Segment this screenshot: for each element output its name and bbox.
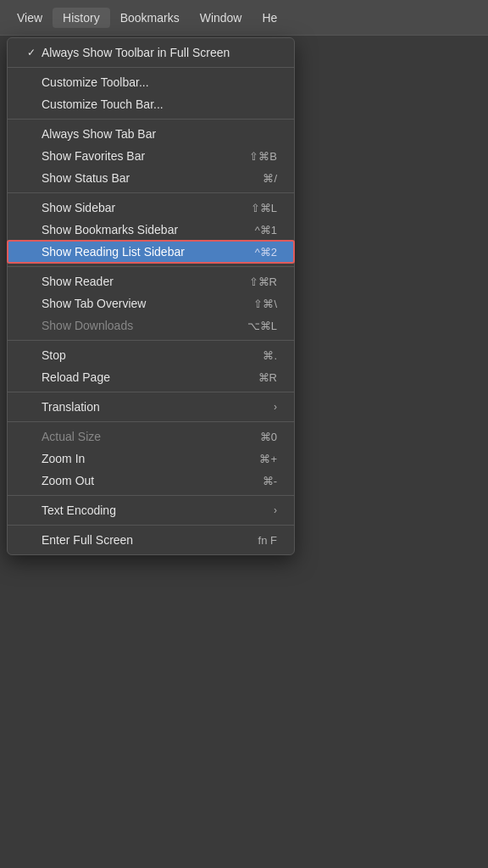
shortcut-zoom-in: ⌘+: [259, 453, 277, 465]
menu-item-show-favorites-bar[interactable]: Show Favorites Bar⇧⌘B: [8, 145, 294, 167]
menu-bar-bookmarks[interactable]: Bookmarks: [110, 8, 190, 28]
menu-item-show-bookmarks-sidebar[interactable]: Show Bookmarks Sidebar^⌘1: [8, 219, 294, 241]
separator-19: [8, 392, 294, 392]
menu-item-always-show-toolbar[interactable]: ✓Always Show Toolbar in Full Screen: [8, 42, 294, 64]
label-show-bookmarks-sidebar: Show Bookmarks Sidebar: [42, 223, 238, 236]
label-show-downloads: Show Downloads: [42, 319, 230, 332]
menu-bar-view[interactable]: View: [7, 8, 53, 28]
label-translation: Translation: [42, 400, 267, 414]
menu-item-text-encoding[interactable]: Text Encoding›: [8, 499, 294, 521]
label-customize-toolbar: Customize Toolbar...: [42, 75, 277, 89]
label-zoom-in: Zoom In: [42, 452, 242, 465]
label-text-encoding: Text Encoding: [42, 504, 267, 517]
separator-1: [8, 67, 294, 68]
label-enter-full-screen: Enter Full Screen: [42, 533, 241, 547]
label-always-show-toolbar: Always Show Toolbar in Full Screen: [42, 46, 277, 59]
shortcut-show-status-bar: ⌘/: [263, 172, 277, 185]
menu-bar-window[interactable]: Window: [190, 8, 252, 28]
label-show-status-bar: Show Status Bar: [42, 171, 246, 185]
shortcut-show-reading-list-sidebar: ^⌘2: [255, 246, 277, 259]
separator-27: [8, 525, 294, 526]
menu-item-customize-toolbar[interactable]: Customize Toolbar...: [8, 71, 294, 93]
arrow-translation: ›: [274, 401, 277, 413]
separator-21: [8, 421, 294, 422]
separator-16: [8, 340, 294, 341]
label-show-reader: Show Reader: [42, 275, 232, 288]
menu-item-customize-touch-bar[interactable]: Customize Touch Bar...: [8, 93, 294, 115]
shortcut-show-tab-overview: ⇧⌘\: [253, 298, 277, 310]
view-dropdown-menu: ✓Always Show Toolbar in Full ScreenCusto…: [7, 37, 295, 555]
menu-bar-help[interactable]: He: [252, 8, 287, 28]
menu-item-show-status-bar[interactable]: Show Status Bar⌘/: [8, 167, 294, 189]
menu-item-zoom-in[interactable]: Zoom In⌘+: [8, 448, 294, 470]
label-stop: Stop: [42, 348, 246, 362]
menu-item-show-sidebar[interactable]: Show Sidebar⇧⌘L: [8, 197, 294, 219]
label-show-reading-list-sidebar: Show Reading List Sidebar: [42, 245, 238, 259]
menu-item-show-reader[interactable]: Show Reader⇧⌘R: [8, 270, 294, 292]
menu-item-show-tab-overview[interactable]: Show Tab Overview⇧⌘\: [8, 292, 294, 314]
separator-4: [8, 119, 294, 120]
separator-8: [8, 192, 294, 193]
label-reload-page: Reload Page: [42, 370, 241, 384]
menu-item-reload-page[interactable]: Reload Page⌘R: [8, 366, 294, 388]
menu-item-enter-full-screen[interactable]: Enter Full Screenfn F: [8, 529, 294, 551]
menu-item-show-downloads[interactable]: Show Downloads⌥⌘L: [8, 314, 294, 337]
separator-25: [8, 495, 294, 496]
menu-item-actual-size[interactable]: Actual Size⌘0: [8, 426, 294, 448]
menu-bar: View History Bookmarks Window He: [0, 0, 488, 36]
shortcut-show-favorites-bar: ⇧⌘B: [249, 150, 277, 163]
menu-item-stop[interactable]: Stop⌘.: [8, 344, 294, 366]
shortcut-show-bookmarks-sidebar: ^⌘1: [255, 224, 277, 236]
arrow-text-encoding: ›: [274, 504, 277, 516]
shortcut-show-downloads: ⌥⌘L: [247, 320, 277, 332]
label-show-favorites-bar: Show Favorites Bar: [42, 149, 232, 163]
menu-item-translation[interactable]: Translation›: [8, 396, 294, 418]
checkmark-always-show-toolbar: ✓: [25, 47, 38, 58]
shortcut-zoom-out: ⌘-: [263, 475, 277, 487]
label-actual-size: Actual Size: [42, 430, 243, 443]
shortcut-enter-full-screen: fn F: [258, 534, 277, 547]
shortcut-show-sidebar: ⇧⌘L: [251, 202, 277, 214]
shortcut-reload-page: ⌘R: [258, 371, 277, 384]
menu-item-zoom-out[interactable]: Zoom Out⌘-: [8, 470, 294, 492]
shortcut-show-reader: ⇧⌘R: [249, 275, 277, 288]
label-show-sidebar: Show Sidebar: [42, 201, 234, 214]
label-show-tab-overview: Show Tab Overview: [42, 297, 236, 310]
label-always-show-tab-bar: Always Show Tab Bar: [42, 127, 277, 141]
menu-item-show-reading-list-sidebar[interactable]: Show Reading List Sidebar^⌘2: [8, 241, 294, 263]
shortcut-stop: ⌘.: [263, 349, 277, 362]
separator-12: [8, 266, 294, 267]
menu-bar-history[interactable]: History: [53, 8, 110, 28]
label-customize-touch-bar: Customize Touch Bar...: [42, 97, 277, 111]
shortcut-actual-size: ⌘0: [260, 431, 277, 443]
label-zoom-out: Zoom Out: [42, 474, 246, 487]
menu-item-always-show-tab-bar[interactable]: Always Show Tab Bar: [8, 123, 294, 145]
